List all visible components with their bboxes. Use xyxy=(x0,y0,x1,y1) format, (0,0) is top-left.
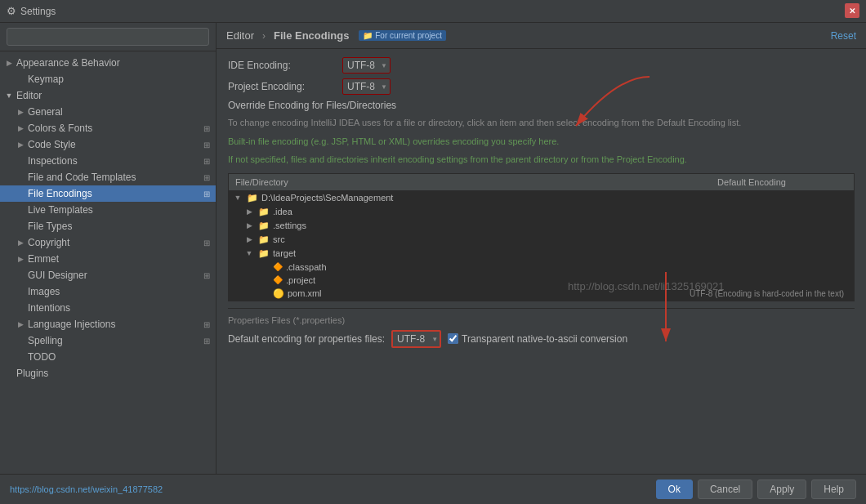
breadcrumb-parent: Editor xyxy=(226,29,254,42)
file-name: .classpath xyxy=(286,262,327,272)
main-content: Editor › File Encodings 📁 For current pr… xyxy=(216,23,866,474)
properties-select-wrapper: UTF-8 xyxy=(391,330,441,348)
table-row[interactable]: ▶ 📁 .settings xyxy=(229,219,854,233)
override-section-title: Override Encoding for Files/Directories xyxy=(228,100,855,111)
table-row[interactable]: ▶ 📁 src xyxy=(229,233,854,247)
help-button[interactable]: Help xyxy=(811,479,856,499)
sidebar-item-colors-fonts[interactable]: ▶ Colors & Fonts ⊞ xyxy=(0,120,216,136)
sidebar-item-gui-designer[interactable]: GUI Designer ⊞ xyxy=(0,267,216,283)
file-icon: 🟡 xyxy=(273,288,284,299)
expand-arrow: ▶ xyxy=(3,59,15,67)
file-row-name: 🔶 .classpath xyxy=(258,262,646,272)
file-row-name: ▶ 📁 .idea xyxy=(243,207,646,217)
sidebar-item-appearance[interactable]: ▶ Appearance & Behavior xyxy=(0,55,216,71)
settings-icon-small: ⊞ xyxy=(201,155,212,167)
ide-encoding-select[interactable]: UTF-8 xyxy=(342,57,391,74)
sidebar-item-inspections[interactable]: Inspections ⊞ xyxy=(0,153,216,169)
expand-icon: ▶ xyxy=(243,221,255,230)
dialog-footer: https://blog.csdn.net/weixin_41877582 Ok… xyxy=(0,474,866,504)
expand-arrow: ▼ xyxy=(3,91,15,100)
project-badge: 📁 For current project xyxy=(359,30,445,41)
expand-icon: ▼ xyxy=(232,194,243,202)
sidebar: ▶ Appearance & Behavior Keymap ▼ Editor … xyxy=(0,23,216,474)
sidebar-item-emmet[interactable]: ▶ Emmet xyxy=(0,251,216,267)
sidebar-item-label: GUI Designer xyxy=(26,269,198,282)
close-button[interactable]: ✕ xyxy=(845,3,859,18)
file-name: D:\IdeaProjects\SecManagement xyxy=(261,193,393,203)
col-header-encoding: Default Encoding xyxy=(650,174,854,190)
sidebar-item-label: Language Injections xyxy=(26,318,198,331)
sidebar-item-file-encodings[interactable]: File Encodings ⊞ xyxy=(0,185,216,202)
expand-icon: ▶ xyxy=(243,207,255,216)
folder-icon: 📁 xyxy=(258,207,270,217)
project-encoding-select-wrapper: UTF-8 xyxy=(342,78,391,95)
sidebar-item-keymap[interactable]: Keymap xyxy=(0,71,216,87)
table-row[interactable]: ▶ 📁 .idea xyxy=(229,205,854,219)
sidebar-item-intentions[interactable]: Intentions xyxy=(0,300,216,316)
table-row[interactable]: ▼ 📁 target xyxy=(229,247,854,261)
folder-icon: 📁 xyxy=(258,248,270,259)
sidebar-item-plugins[interactable]: Plugins xyxy=(0,365,216,381)
sidebar-item-label: Intentions xyxy=(26,301,212,314)
sidebar-item-label: File Types xyxy=(26,220,212,233)
settings-icon-small: ⊞ xyxy=(201,237,212,248)
table-header: File/Directory Default Encoding xyxy=(229,174,854,191)
expand-arrow: ▶ xyxy=(15,255,26,263)
sidebar-item-todo[interactable]: TODO xyxy=(0,349,216,365)
table-row[interactable]: ▼ 📁 D:\IdeaProjects\SecManagement xyxy=(229,191,854,205)
search-input[interactable] xyxy=(7,28,209,46)
sidebar-item-label: Code Style xyxy=(26,138,198,151)
sidebar-item-language-injections[interactable]: ▶ Language Injections ⊞ xyxy=(0,316,216,332)
sidebar-item-label: Plugins xyxy=(15,367,212,380)
file-encoding: UTF-8 (Encoding is hard-coded in the tex… xyxy=(646,289,850,298)
sidebar-item-editor[interactable]: ▼ Editor xyxy=(0,87,216,104)
cancel-button[interactable]: Cancel xyxy=(698,479,752,499)
sidebar-item-file-code-templates[interactable]: File and Code Templates ⊞ xyxy=(0,169,216,185)
settings-icon: ⚙ xyxy=(7,5,16,17)
file-row-name: 🟡 pom.xml xyxy=(258,288,646,299)
project-encoding-select[interactable]: UTF-8 xyxy=(342,78,391,95)
sidebar-item-spelling[interactable]: Spelling ⊞ xyxy=(0,332,216,349)
file-name: .project xyxy=(286,275,315,285)
content-body: IDE Encoding: UTF-8 Project Encoding: UT… xyxy=(216,49,866,474)
properties-encoding-select[interactable]: UTF-8 xyxy=(391,330,441,348)
breadcrumb-separator: › xyxy=(262,30,266,42)
settings-dialog: ▶ Appearance & Behavior Keymap ▼ Editor … xyxy=(0,23,866,504)
expand-arrow: ▶ xyxy=(15,239,26,247)
file-row-name: 🔶 .project xyxy=(258,275,646,285)
table-row[interactable]: 🟡 pom.xml UTF-8 (Encoding is hard-coded … xyxy=(229,287,854,301)
content-header: Editor › File Encodings 📁 For current pr… xyxy=(216,23,866,49)
sidebar-item-live-templates[interactable]: Live Templates xyxy=(0,202,216,218)
table-row[interactable]: 🔶 .classpath xyxy=(229,261,854,274)
file-name: .idea xyxy=(273,207,292,216)
file-name: .settings xyxy=(273,221,306,230)
settings-icon-small: ⊞ xyxy=(201,123,212,134)
transparent-checkbox-label[interactable]: Transparent native-to-ascii conversion xyxy=(448,333,627,345)
sidebar-item-label: Inspections xyxy=(26,154,198,167)
properties-label: Default encoding for properties files: xyxy=(228,333,385,345)
sidebar-item-images[interactable]: Images xyxy=(0,283,216,300)
reset-button[interactable]: Reset xyxy=(831,30,856,42)
transparent-checkbox[interactable] xyxy=(448,333,458,344)
file-name: target xyxy=(273,248,296,258)
settings-icon-small: ⊞ xyxy=(201,319,212,330)
sidebar-item-file-types[interactable]: File Types xyxy=(0,218,216,234)
sidebar-item-code-style[interactable]: ▶ Code Style ⊞ xyxy=(0,136,216,153)
settings-icon-small: ⊞ xyxy=(201,270,212,281)
file-icon: 🔶 xyxy=(273,262,283,271)
sidebar-item-copyright[interactable]: ▶ Copyright ⊞ xyxy=(0,234,216,251)
close-icon: ✕ xyxy=(849,7,855,16)
sidebar-item-label: TODO xyxy=(26,350,212,364)
ide-encoding-select-wrapper: UTF-8 xyxy=(342,57,391,74)
expand-arrow: ▶ xyxy=(15,320,26,328)
project-encoding-label: Project Encoding: xyxy=(228,81,342,92)
properties-row: Default encoding for properties files: U… xyxy=(228,330,855,348)
title-bar-text: Settings xyxy=(20,6,56,17)
sidebar-item-label: Emmet xyxy=(26,252,212,265)
apply-button[interactable]: Apply xyxy=(757,479,806,499)
ok-button[interactable]: Ok xyxy=(656,479,693,499)
table-row[interactable]: 🔶 .project xyxy=(229,274,854,287)
sidebar-item-label: Spelling xyxy=(26,334,198,347)
file-row-name: ▼ 📁 target xyxy=(243,248,646,259)
sidebar-item-general[interactable]: ▶ General xyxy=(0,104,216,120)
